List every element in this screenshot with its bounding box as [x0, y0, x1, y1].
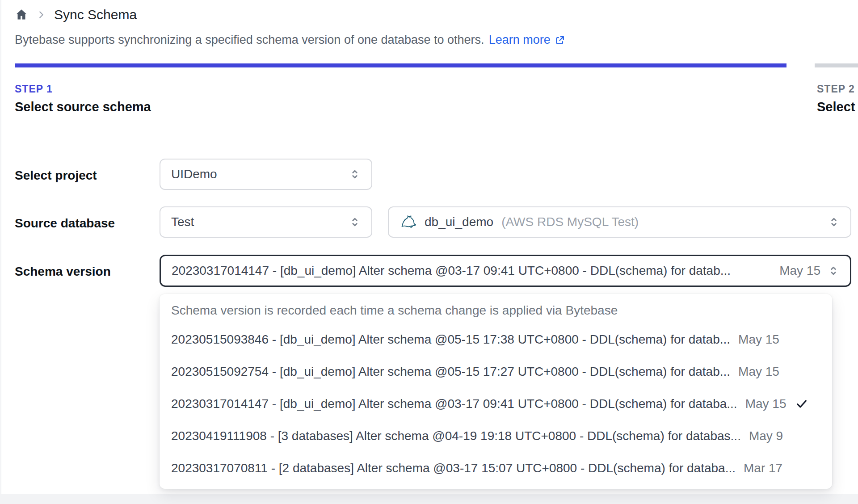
schema-version-select-value: 20230317014147 - [db_ui_demo] Alter sche…	[172, 264, 771, 278]
database-select-value: db_ui_demo	[425, 215, 493, 229]
schema-version-select[interactable]: 20230317014147 - [db_ui_demo] Alter sche…	[160, 255, 851, 287]
description-text: Bytebase supports synchronizing a specif…	[15, 33, 484, 47]
environment-select-value: Test	[171, 215, 342, 229]
external-link-icon	[554, 34, 566, 46]
chevron-up-down-icon	[826, 214, 841, 230]
page-description: Bytebase supports synchronizing a specif…	[15, 33, 566, 47]
select-project-label: Select project	[15, 168, 97, 183]
schema-version-option[interactable]: 20230317070811 - [2 databases] Alter sch…	[160, 452, 832, 484]
schema-version-select-date: May 15	[779, 264, 820, 278]
schema-version-option-selected[interactable]: 20230317014147 - [db_ui_demo] Alter sche…	[160, 388, 832, 420]
page-bottom-background	[0, 494, 858, 504]
project-select[interactable]: UIDemo	[160, 159, 372, 190]
breadcrumb: Sync Schema	[15, 7, 137, 22]
learn-more-label: Learn more	[489, 33, 551, 47]
chevron-up-down-icon	[347, 214, 362, 230]
option-text: 20230515092754 - [db_ui_demo] Alter sche…	[171, 365, 730, 379]
option-date: Mar 17	[744, 461, 782, 475]
option-text: 20230317070811 - [2 databases] Alter sch…	[171, 461, 736, 475]
source-database-label: Source database	[15, 216, 115, 231]
option-date: May 15	[745, 397, 786, 411]
option-date: May 9	[749, 429, 783, 443]
step-2-title: Select t	[817, 100, 858, 114]
option-date: May 15	[738, 365, 779, 379]
check-icon	[795, 397, 808, 411]
schema-version-dropdown: Schema version is recorded each time a s…	[160, 294, 832, 489]
option-text: 20230419111908 - [3 databases] Alter sch…	[171, 429, 741, 443]
chevron-right-icon	[36, 10, 46, 20]
step1-progress-bar	[15, 63, 786, 67]
step2-progress-bar	[815, 63, 858, 67]
chevron-up-down-icon	[347, 167, 362, 182]
schema-version-option[interactable]: 20230515092754 - [db_ui_demo] Alter sche…	[160, 356, 832, 388]
page-title: Sync Schema	[54, 7, 137, 22]
option-text: 20230515093846 - [db_ui_demo] Alter sche…	[171, 332, 730, 347]
schema-version-label: Schema version	[15, 265, 111, 279]
content-left-border	[0, 0, 1, 504]
project-select-value: UIDemo	[171, 167, 342, 181]
option-date: May 15	[738, 332, 779, 347]
chevron-up-down-icon	[826, 263, 841, 278]
home-icon[interactable]	[15, 8, 28, 21]
step-1-title: Select source schema	[15, 100, 151, 114]
step-2-label: STEP 2	[817, 83, 858, 95]
option-text: 20230317014147 - [db_ui_demo] Alter sche…	[171, 397, 737, 411]
step-1: STEP 1 Select source schema	[15, 83, 151, 114]
schema-version-option[interactable]: 20230419111908 - [3 databases] Alter sch…	[160, 420, 832, 452]
environment-select[interactable]: Test	[160, 206, 372, 238]
schema-version-option[interactable]: 20230515093846 - [db_ui_demo] Alter sche…	[160, 323, 832, 356]
dropdown-header: Schema version is recorded each time a s…	[160, 304, 832, 317]
step-1-label: STEP 1	[15, 83, 151, 95]
database-select[interactable]: db_ui_demo (AWS RDS MySQL Test)	[388, 206, 851, 238]
database-select-hint: (AWS RDS MySQL Test)	[501, 215, 819, 229]
mysql-dolphin-icon	[400, 213, 417, 231]
step-2: STEP 2 Select t	[817, 83, 858, 114]
learn-more-link[interactable]: Learn more	[489, 33, 566, 47]
